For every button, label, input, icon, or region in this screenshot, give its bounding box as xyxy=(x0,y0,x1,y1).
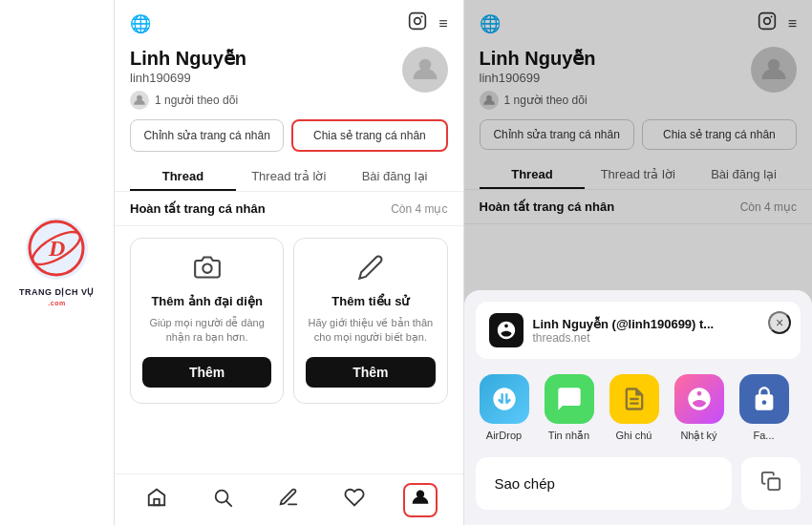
share-sheet: Linh Nguyễn (@linh190699) t... threads.n… xyxy=(464,290,813,525)
svg-rect-18 xyxy=(768,478,780,490)
pencil-icon xyxy=(357,254,384,286)
left-profile-section: Linh Nguyễn linh190699 1 người theo dõi xyxy=(115,43,463,119)
share-close-button[interactable]: × xyxy=(768,311,791,334)
nav-profile[interactable] xyxy=(401,481,439,519)
share-preview-url: threads.net xyxy=(533,331,715,345)
left-action-buttons: Chỉnh sửa trang cá nhân Chia sẻ trang cá… xyxy=(115,119,463,161)
nav-search[interactable] xyxy=(203,481,242,519)
profile-nav-box xyxy=(403,483,438,517)
follower-avatar-icon xyxy=(130,91,149,110)
diary-icon xyxy=(674,374,724,424)
left-complete-count: Còn 4 mục xyxy=(391,202,447,216)
message-label: Tin nhắn xyxy=(548,430,589,442)
nav-heart[interactable] xyxy=(335,481,374,519)
instagram-icon[interactable] xyxy=(408,11,427,35)
nav-compose[interactable] xyxy=(269,481,308,519)
share-app-more[interactable]: Fa... xyxy=(736,374,793,442)
tab-reply[interactable]: Thread trả lời xyxy=(236,161,342,191)
copy-label: Sao chép xyxy=(495,475,555,492)
left-follower-row: 1 người theo dõi xyxy=(130,91,246,110)
share-profile-button[interactable]: Chia sẻ trang cá nhân xyxy=(291,119,447,152)
left-screen: 🌐 ≡ Linh Nguyễn linh190699 xyxy=(115,0,463,525)
copy-icon xyxy=(760,471,781,496)
svg-point-5 xyxy=(421,15,423,17)
left-profile-username: linh190699 xyxy=(130,71,246,85)
notes-icon xyxy=(609,374,659,424)
tab-thread[interactable]: Thread xyxy=(130,161,236,191)
logo-area: D TRANG DỊCH VỤ .com xyxy=(0,0,115,525)
compose-icon xyxy=(278,487,299,513)
camera-icon xyxy=(194,254,221,286)
edit-profile-button[interactable]: Chỉnh sửa trang cá nhân xyxy=(130,119,284,152)
home-icon xyxy=(146,487,167,513)
left-complete-banner: Hoàn tất trang cá nhân Còn 4 mục xyxy=(115,192,463,226)
card-avatar: Thêm ảnh đại diện Giúp mọi người dễ dàng… xyxy=(130,238,284,404)
card-avatar-title: Thêm ảnh đại diện xyxy=(151,294,262,308)
svg-line-11 xyxy=(226,501,231,506)
more-apps-icon xyxy=(739,374,789,424)
share-preview-title: Linh Nguyễn (@linh190699) t... xyxy=(533,317,715,331)
left-cards-row: Thêm ảnh đại diện Giúp mọi người dễ dàng… xyxy=(115,226,463,415)
airdrop-label: AirDrop xyxy=(486,430,522,441)
svg-rect-3 xyxy=(410,13,426,30)
svg-point-8 xyxy=(203,264,211,273)
menu-icon[interactable]: ≡ xyxy=(438,15,447,32)
add-bio-button[interactable]: Thêm xyxy=(306,357,435,388)
card-bio-desc: Hãy giới thiệu về bản thân cho mọi người… xyxy=(306,316,435,346)
card-bio-title: Thêm tiểu sử xyxy=(331,294,409,308)
globe-icon[interactable]: 🌐 xyxy=(130,13,151,34)
airdrop-icon xyxy=(480,374,529,424)
screens-container: 🌐 ≡ Linh Nguyễn linh190699 xyxy=(115,0,812,525)
left-profile-name: Linh Nguyễn xyxy=(130,47,246,70)
card-bio: Thêm tiểu sử Hãy giới thiệu về bản thân … xyxy=(293,238,447,404)
share-apps-row: AirDrop Tin nhắn Ghi chú xyxy=(464,359,813,450)
share-app-notes[interactable]: Ghi chú xyxy=(606,374,663,442)
copy-icon-button[interactable] xyxy=(741,457,801,510)
logo-label: TRANG DỊCH VỤ .com xyxy=(19,287,95,307)
nav-home[interactable] xyxy=(138,481,176,519)
profile-icon xyxy=(411,488,430,512)
left-profile-avatar xyxy=(402,47,448,93)
left-top-icons: 🌐 ≡ xyxy=(115,0,463,43)
logo-circle: D xyxy=(26,218,88,280)
diary-label: Nhật ký xyxy=(680,430,716,442)
message-icon xyxy=(545,374,594,424)
share-preview: Linh Nguyễn (@linh190699) t... threads.n… xyxy=(476,302,801,359)
share-app-message[interactable]: Tin nhắn xyxy=(541,374,598,442)
left-bottom-nav xyxy=(115,473,463,525)
share-actions: Sao chép xyxy=(464,450,813,525)
heart-icon xyxy=(344,487,365,513)
svg-text:D: D xyxy=(48,236,65,261)
svg-rect-9 xyxy=(155,499,160,505)
share-app-airdrop[interactable]: AirDrop xyxy=(476,374,533,442)
tab-repost[interactable]: Bài đăng lại xyxy=(342,161,448,191)
more-apps-label: Fa... xyxy=(753,430,774,441)
share-app-diary[interactable]: Nhật ký xyxy=(671,374,728,442)
right-screen: 🌐 ≡ Linh Nguyễn linh190699 xyxy=(463,0,813,525)
threads-app-icon xyxy=(489,313,524,347)
left-tabs: Thread Thread trả lời Bài đăng lại xyxy=(115,161,463,192)
copy-link-button[interactable]: Sao chép xyxy=(476,457,733,510)
left-follower-count: 1 người theo dõi xyxy=(155,94,238,107)
card-avatar-desc: Giúp mọi người dễ dàng nhận ra bạn hơn. xyxy=(142,316,271,346)
add-avatar-button[interactable]: Thêm xyxy=(142,357,271,388)
search-icon xyxy=(212,487,233,513)
notes-label: Ghi chú xyxy=(616,430,652,441)
svg-point-4 xyxy=(415,18,421,25)
left-complete-text: Hoàn tất trang cá nhân xyxy=(130,201,266,216)
